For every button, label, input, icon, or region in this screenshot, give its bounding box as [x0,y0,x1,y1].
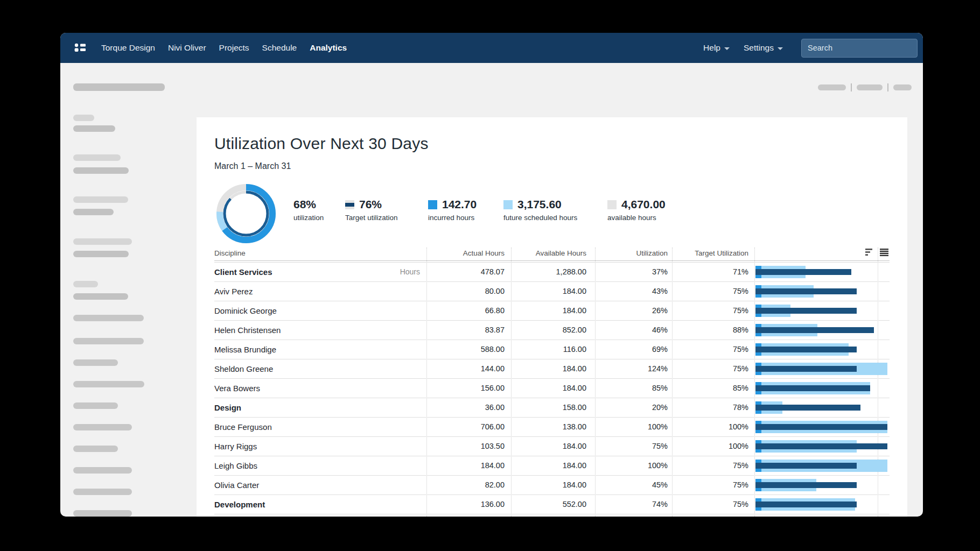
utilization-cell: 100% [595,418,668,436]
nav-item-projects[interactable]: Projects [219,43,249,53]
skeleton-pill [818,84,846,90]
discipline-cell: Development [214,495,265,514]
available-hours-cell: 552.00 [511,495,586,514]
target-bar [755,424,887,430]
skeleton-bar [73,315,144,321]
discipline-cell: Olivia Carter [214,476,259,495]
target-utilization-cell: 100% [672,437,748,456]
hours-sublabel: Hours [354,263,420,281]
target-bar [755,269,851,275]
target-utilization-cell: 75% [672,476,748,495]
target-bar [755,385,870,391]
target-utilization-cell: 100% [672,418,748,436]
nav-item-nivi-oliver[interactable]: Nivi Oliver [168,43,206,53]
help-menu[interactable]: Help [703,43,730,53]
column-header-utilization[interactable]: Utilization [595,249,668,257]
actual-hours-cell: 83.87 [426,321,505,340]
target-utilization-cell: 75% [672,456,748,475]
utilization-cell: 46% [595,321,668,340]
table-row[interactable]: Harry Riggs 103.50 184.00 75% 100% [214,437,890,456]
utilization-bar-chart [755,514,890,517]
people-grid-icon[interactable] [74,43,86,53]
skeleton-bar [73,196,128,203]
skeleton-bar [73,489,132,495]
stat-label: future scheduled hours [503,214,577,222]
nav-item-torque-design[interactable]: Torque Design [101,43,155,53]
settings-menu[interactable]: Settings [744,43,783,53]
table-row[interactable]: Sheldon Greene 144.00 184.00 124% 75% [214,359,890,379]
target-bar [755,347,857,352]
utilization-donut-chart [216,183,276,244]
utilization-cell: 26% [595,301,668,320]
discipline-cell: Helen Christensen [214,321,281,340]
top-navbar: Torque DesignNivi OliverProjectsSchedule… [60,33,923,63]
column-header-available-hours[interactable]: Available Hours [511,249,586,257]
utilization-bar-chart [755,263,890,281]
sort-lines-icon[interactable] [865,249,874,256]
actual-hours-cell: 207.00 [426,514,505,517]
column-header-target-utilization[interactable]: Target Utilization [672,249,748,257]
table-row[interactable]: Vera Bowers 156.00 184.00 85% 85% [214,379,890,398]
actual-hours-cell: 156.00 [426,379,505,398]
dense-list-icon[interactable] [880,249,888,256]
utilization-bar-chart [755,476,890,495]
summary-stat: 142.70 incurred hours [428,198,477,222]
utilization-cell: 20% [595,398,668,417]
summary-stat: 76% Target utilization [345,198,398,222]
discipline-cell: Vera Bowers [214,379,260,398]
search-input[interactable] [801,39,918,58]
skeleton-bar [73,154,121,161]
table-row[interactable]: Helen Christensen 83.87 852.00 46% 88% [214,321,890,340]
target-swatch-icon [345,200,354,209]
stat-value: 3,175.60 [517,198,562,211]
table-row[interactable]: Aviv Perez 80.00 184.00 43% 75% [214,282,890,301]
utilization-bar-chart [755,301,890,320]
actual-hours-cell: 82.00 [426,476,505,495]
utilization-cell: 75% [595,437,668,456]
stat-value: 4,670.00 [621,198,666,211]
available-hours-cell: 184.00 [511,301,586,320]
utilization-cell: 74% [595,495,668,514]
table-header-row: Discipline Actual Hours Available Hours … [214,248,890,260]
utilization-cell: 38% [595,514,668,517]
skeleton-bar [73,510,132,517]
available-hours-cell: 138.00 [511,418,586,436]
stat-label: available hours [607,214,666,222]
utilization-cell: 85% [595,379,668,398]
available-hours-cell: 184.00 [511,476,586,495]
table-row[interactable]: Dominick George 66.80 184.00 26% 75% [214,301,890,321]
pill-divider [887,83,888,91]
utilization-table: Discipline Actual Hours Available Hours … [214,248,890,517]
skeleton-pill [893,84,912,90]
report-date-range: March 1 – March 31 [214,161,291,171]
skeleton-bar [73,338,144,344]
nav-item-schedule[interactable]: Schedule [262,43,297,53]
table-row[interactable]: Client Services Hours 478.07 1,288.00 37… [214,263,890,282]
skeleton-bar [73,238,132,245]
utilization-bar-chart [755,340,890,359]
table-row[interactable]: Roderick Edwards 207.00 184.00 38% 68% [214,514,890,517]
table-row[interactable]: Bruce Ferguson 706.00 138.00 100% 100% [214,418,890,437]
skeleton-bar [73,251,129,257]
utilization-cell: 37% [595,263,668,281]
discipline-cell: Aviv Perez [214,282,253,301]
target-utilization-cell: 75% [672,301,748,320]
table-row[interactable]: Melissa Brundige 588.00 116.00 69% 75% [214,340,890,359]
available-hours-cell: 184.00 [511,437,586,456]
table-row[interactable]: Development 136.00 552.00 74% 75% [214,495,890,514]
available-hours-cell: 184.00 [511,456,586,475]
actual-hours-cell: 66.80 [426,301,505,320]
target-utilization-cell: 75% [672,495,748,514]
utilization-bar-chart [755,437,890,456]
table-row[interactable]: Leigh Gibbs 184.00 184.00 100% 75% [214,456,890,476]
table-row[interactable]: Olivia Carter 82.00 184.00 45% 75% [214,476,890,495]
utilization-bar-chart [755,282,890,301]
skeleton-bar [73,293,128,300]
column-header-actual-hours[interactable]: Actual Hours [426,249,505,257]
column-header-discipline[interactable]: Discipline [214,249,246,257]
available-hours-cell: 1,288.00 [511,263,586,281]
stat-label: incurred hours [428,214,477,222]
summary-stat: 3,175.60 future scheduled hours [503,198,577,222]
nav-item-analytics[interactable]: Analytics [310,43,347,53]
table-row[interactable]: Design 36.00 158.00 20% 78% [214,398,890,418]
